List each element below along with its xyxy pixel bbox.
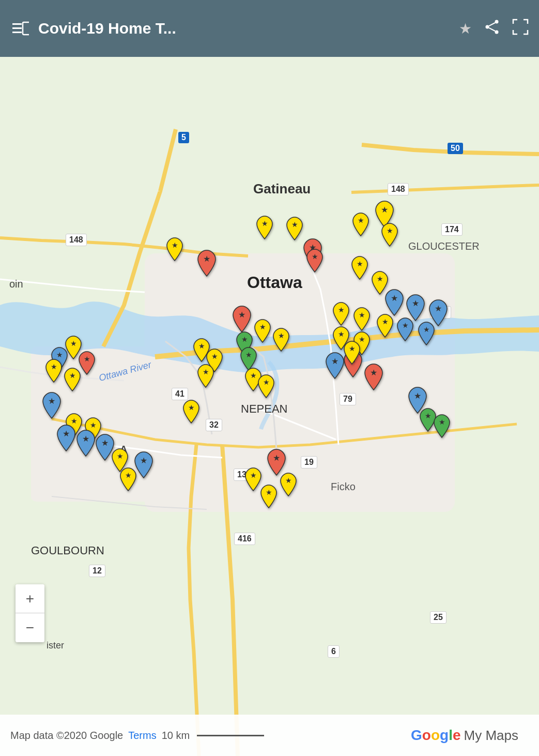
pin-yellow-31[interactable]: ★: [197, 364, 214, 390]
svg-line-8: [489, 27, 495, 31]
svg-text:★: ★: [291, 220, 298, 229]
svg-text:★: ★: [312, 252, 318, 261]
pin-yellow-15[interactable]: ★: [332, 301, 350, 328]
pin-yellow-25[interactable]: ★: [343, 340, 361, 367]
svg-text:★: ★: [140, 456, 147, 465]
svg-rect-11: [145, 253, 455, 512]
svg-text:★: ★: [69, 371, 76, 380]
svg-text:★: ★: [423, 325, 430, 334]
highway-148w-label: 148: [66, 234, 87, 246]
pin-yellow-16[interactable]: ★: [353, 307, 371, 334]
pin-yellow-17[interactable]: ★: [376, 313, 394, 340]
svg-text:★: ★: [331, 357, 338, 366]
svg-text:★: ★: [381, 205, 388, 214]
zoom-controls: + −: [16, 584, 44, 642]
svg-text:★: ★: [435, 304, 442, 313]
zoom-in-button[interactable]: +: [16, 584, 44, 613]
pin-blue-18[interactable]: ★: [396, 317, 414, 344]
pin-blue-45[interactable]: ★: [56, 424, 76, 454]
svg-text:★: ★: [414, 391, 421, 400]
pin-blue-46[interactable]: ★: [76, 429, 96, 459]
svg-text:★: ★: [439, 418, 445, 426]
svg-text:★: ★: [63, 429, 70, 438]
svg-text:★: ★: [402, 321, 409, 329]
pin-blue-42[interactable]: ★: [42, 391, 61, 421]
svg-text:★: ★: [90, 421, 97, 429]
pin-yellow-8[interactable]: ★: [381, 222, 398, 249]
svg-text:★: ★: [117, 452, 124, 460]
pin-yellow-40[interactable]: ★: [45, 358, 63, 385]
svg-text:★: ★: [273, 453, 280, 462]
svg-text:★: ★: [358, 216, 364, 224]
svg-rect-1: [12, 27, 22, 29]
svg-text:★: ★: [338, 330, 345, 338]
expand-icon[interactable]: [512, 19, 529, 39]
svg-text:★: ★: [211, 352, 218, 360]
svg-text:★: ★: [241, 335, 248, 343]
pin-yellow-32[interactable]: ★: [254, 319, 271, 345]
svg-line-7: [489, 23, 495, 26]
svg-text:★: ★: [357, 260, 363, 268]
pin-yellow-1[interactable]: ★: [166, 237, 183, 264]
svg-text:★: ★: [425, 412, 432, 420]
pin-yellow-7[interactable]: ★: [352, 212, 369, 239]
svg-text:★: ★: [259, 323, 266, 331]
svg-text:★: ★: [359, 311, 365, 319]
header-actions: ★: [459, 19, 529, 39]
highway-148e-label: 148: [388, 183, 409, 195]
top-bar: Covid-19 Home T... ★: [0, 0, 539, 57]
pin-yellow-3[interactable]: ★: [256, 215, 273, 242]
svg-text:★: ★: [84, 355, 90, 363]
mymaps-text: My Maps: [464, 728, 518, 744]
zoom-out-button[interactable]: −: [16, 613, 44, 642]
pin-yellow-36[interactable]: ★: [182, 399, 200, 426]
pin-yellow-41[interactable]: ★: [64, 367, 81, 394]
page-title: Covid-19 Home T...: [38, 20, 450, 37]
pin-yellow-35[interactable]: ★: [257, 374, 275, 401]
highway-5-label: 5: [178, 132, 189, 143]
pin-red-11[interactable]: ★: [306, 248, 324, 275]
back-icon[interactable]: [10, 19, 29, 38]
svg-text:★: ★: [261, 219, 268, 228]
svg-text:★: ★: [56, 351, 63, 359]
pin-yellow-9[interactable]: ★: [351, 255, 368, 282]
highway-416-label: 416: [234, 533, 255, 545]
pin-yellow-4[interactable]: ★: [286, 216, 303, 243]
svg-text:★: ★: [198, 342, 205, 350]
svg-point-5: [486, 25, 489, 28]
pin-blue-19[interactable]: ★: [418, 321, 435, 348]
pin-green-57[interactable]: ★: [433, 414, 451, 441]
pin-red-2[interactable]: ★: [197, 249, 217, 279]
pin-yellow-50[interactable]: ★: [119, 467, 137, 494]
svg-text:★: ★: [51, 362, 57, 371]
svg-point-4: [495, 20, 499, 23]
svg-rect-0: [12, 23, 22, 25]
svg-text:★: ★: [285, 476, 292, 485]
share-icon[interactable]: [484, 19, 500, 38]
pin-yellow-54[interactable]: ★: [260, 484, 278, 511]
svg-text:★: ★: [172, 241, 178, 249]
highway-12-label: 12: [89, 565, 105, 577]
highway-50-label: 50: [448, 143, 463, 154]
terms-link[interactable]: Terms: [128, 730, 156, 742]
svg-text:★: ★: [266, 488, 272, 496]
svg-text:★: ★: [377, 275, 383, 283]
star-icon[interactable]: ★: [459, 20, 472, 37]
svg-rect-3: [23, 22, 29, 35]
pin-yellow-52[interactable]: ★: [244, 467, 262, 494]
pin-blue-24[interactable]: ★: [325, 352, 345, 382]
svg-text:★: ★: [263, 378, 270, 386]
google-mymaps-logo: Google My Maps: [411, 727, 518, 744]
svg-text:★: ★: [245, 351, 252, 359]
svg-text:★: ★: [387, 226, 393, 235]
svg-text:★: ★: [48, 397, 55, 405]
svg-text:★: ★: [238, 310, 245, 319]
map-footer: Map data ©2020 Google Terms 10 km Google…: [0, 715, 539, 756]
pin-yellow-53[interactable]: ★: [280, 472, 297, 499]
highway-6-label: 6: [328, 645, 340, 658]
pin-red-23[interactable]: ★: [364, 363, 383, 393]
map-container[interactable]: Gatineau Ottawa NEPEAN GLOUCESTER GOULBO…: [0, 57, 539, 756]
svg-text:★: ★: [188, 403, 195, 412]
pin-yellow-33[interactable]: ★: [272, 327, 290, 354]
highway-19-label: 19: [301, 456, 317, 468]
